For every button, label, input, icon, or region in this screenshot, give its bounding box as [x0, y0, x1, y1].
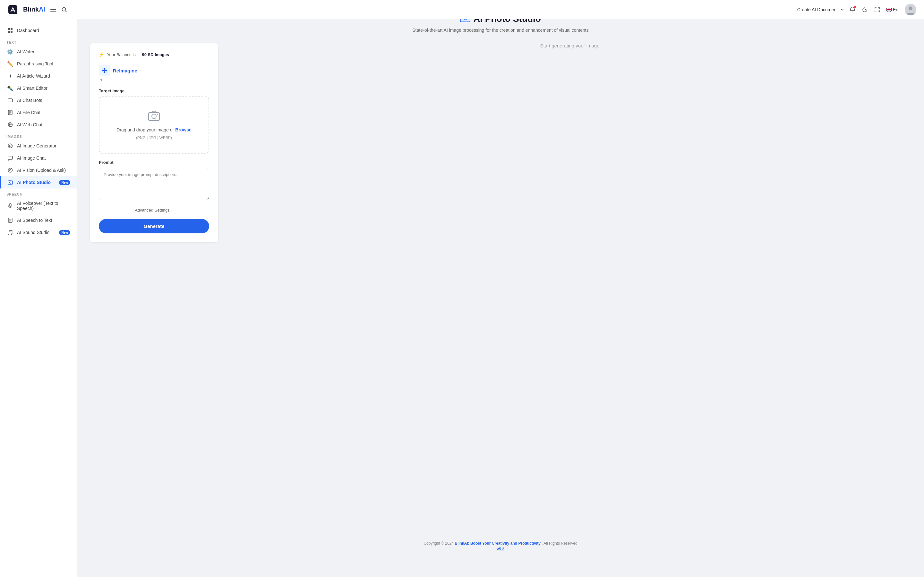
top-nav: BlinkAI Create AI Document En [0, 0, 924, 19]
svg-point-7 [909, 6, 913, 10]
svg-rect-1 [50, 8, 56, 8]
content-row: ⚡ Your Balance is 90 SD Images ReImagine… [90, 43, 911, 242]
svg-rect-20 [8, 181, 13, 184]
voiceover-icon [7, 203, 13, 209]
page-subtitle: State-of-the-art AI image processing for… [90, 27, 911, 33]
svg-rect-22 [9, 203, 11, 206]
sidebar-item-ai-vision[interactable]: AI Vision (Upload & Ask) [0, 164, 77, 176]
menu-button[interactable] [50, 7, 56, 13]
sound-studio-icon: 🎵 [7, 229, 13, 235]
image-chat-icon [7, 155, 13, 161]
camera-icon [148, 110, 160, 124]
language-button[interactable]: En [887, 7, 898, 12]
new-badge: New [59, 180, 70, 185]
generate-button[interactable]: Generate [99, 219, 209, 234]
footer: Copyright © 2024 BlinkAI: Boost Your Cre… [90, 535, 911, 558]
svg-point-31 [157, 114, 158, 115]
svg-rect-3 [50, 11, 56, 11]
sidebar-item-ai-writer[interactable]: ⚙️ AI Writer [0, 45, 77, 58]
sidebar: Dashboard TEXT ⚙️ AI Writer ✏️ Paraphras… [0, 19, 77, 577]
target-image-label: Target Image [99, 89, 209, 93]
browse-link[interactable]: Browse [175, 127, 192, 132]
file-chat-icon [7, 110, 13, 115]
section-text-label: TEXT [0, 37, 77, 45]
sound-studio-badge: New [59, 230, 70, 235]
footer-version: v5.2 [96, 547, 905, 551]
ai-writer-icon: ⚙️ [7, 49, 13, 55]
sidebar-item-ai-web-chat[interactable]: AI Web Chat [0, 119, 77, 131]
svg-point-21 [10, 182, 11, 183]
article-wizard-icon: ✦ [7, 73, 13, 79]
section-speech-label: SPEECH [0, 189, 77, 197]
ai-vision-icon [7, 167, 13, 173]
logo-text: BlinkAI [23, 6, 45, 13]
image-dropzone[interactable]: Drag and drop your image or Browse (PNG … [99, 97, 209, 153]
main-content: AI Photo Studio State-of-the-art AI imag… [77, 0, 924, 577]
prompt-label: Prompt [99, 160, 209, 165]
sidebar-item-ai-voiceover[interactable]: AI Voiceover (Text to Speech) [0, 197, 77, 214]
svg-point-18 [8, 168, 13, 172]
svg-rect-11 [11, 31, 13, 33]
sidebar-item-ai-chat-bots[interactable]: AI Chat Bots [0, 94, 77, 106]
speech-to-text-icon [7, 218, 13, 223]
sidebar-item-ai-image-generator[interactable]: AI Image Generator [0, 140, 77, 152]
svg-rect-9 [11, 28, 13, 30]
photo-studio-icon [7, 179, 13, 185]
sidebar-item-ai-file-chat[interactable]: AI File Chat [0, 106, 77, 119]
svg-rect-17 [8, 156, 13, 159]
notification-badge [854, 6, 856, 8]
sidebar-item-ai-smart-editor[interactable]: ✒️ AI Smart Editor [0, 82, 77, 94]
svg-rect-29 [149, 113, 160, 121]
logo-icon [8, 5, 18, 15]
notifications-button[interactable] [849, 6, 856, 13]
balance-value: 90 SD Images [142, 52, 169, 57]
dark-mode-button[interactable] [862, 7, 868, 13]
advanced-settings-button[interactable]: Advanced Settings + [135, 208, 173, 213]
svg-point-28 [103, 69, 105, 71]
svg-point-4 [62, 7, 65, 11]
tool-label: ReImagine [113, 68, 137, 73]
dropzone-text: Drag and drop your image or Browse [116, 127, 191, 132]
lightning-icon: ⚡ [99, 52, 104, 57]
balance-bar: ⚡ Your Balance is 90 SD Images [99, 52, 209, 57]
main-card: ⚡ Your Balance is 90 SD Images ReImagine… [90, 43, 218, 242]
tool-select-button[interactable]: ReImagine [99, 65, 137, 76]
svg-rect-8 [8, 28, 10, 30]
tool-chevron-icon: ▼ [99, 77, 103, 82]
smart-editor-icon: ✒️ [7, 85, 13, 91]
user-avatar[interactable] [905, 4, 916, 15]
sidebar-item-ai-article-wizard[interactable]: ✦ AI Article Wizard [0, 70, 77, 82]
sidebar-item-ai-image-chat[interactable]: AI Image Chat [0, 152, 77, 164]
svg-point-16 [9, 145, 11, 147]
sidebar-item-ai-speech-to-text[interactable]: AI Speech to Text [0, 214, 77, 226]
svg-rect-12 [8, 99, 13, 102]
create-doc-button[interactable]: Create AI Document [797, 7, 844, 12]
svg-point-15 [8, 144, 13, 148]
dropzone-formats: (PNG | JPG | WEBP) [136, 135, 172, 140]
image-generator-icon [7, 143, 13, 149]
tool-icon [99, 65, 110, 76]
prompt-input[interactable] [99, 168, 209, 200]
sidebar-item-ai-sound-studio[interactable]: 🎵 AI Sound Studio New [0, 226, 77, 239]
search-button[interactable] [61, 7, 67, 13]
sidebar-item-dashboard[interactable]: Dashboard [0, 24, 77, 37]
svg-point-19 [10, 169, 11, 171]
tool-selector: ReImagine ▼ [99, 65, 209, 82]
svg-point-30 [152, 114, 156, 119]
sidebar-item-ai-photo-studio[interactable]: AI Photo Studio New [0, 176, 77, 189]
dashboard-icon [7, 27, 13, 33]
sidebar-item-paraphrasing-tool[interactable]: ✏️ Paraphrasing Tool [0, 58, 77, 70]
advanced-settings-row: Advanced Settings + [99, 208, 209, 213]
footer-brand-link[interactable]: BlinkAI: Boost Your Creativity and Produ… [455, 541, 541, 546]
right-panel: Start generating your image [228, 43, 911, 48]
web-chat-icon [7, 122, 13, 127]
paraphrasing-icon: ✏️ [7, 61, 13, 67]
svg-rect-10 [8, 31, 10, 33]
fullscreen-button[interactable] [874, 7, 880, 13]
svg-rect-2 [50, 9, 56, 10]
svg-rect-0 [8, 5, 17, 14]
chat-bots-icon [7, 97, 13, 103]
section-images-label: IMAGES [0, 131, 77, 140]
